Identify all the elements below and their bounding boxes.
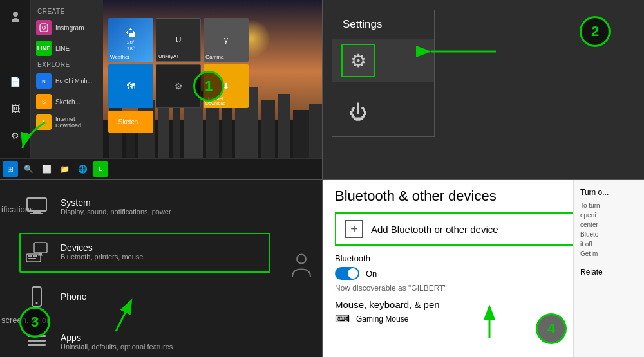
add-device-label: Add Bluetooth or other device	[371, 224, 498, 235]
svg-point-22	[12, 18, 19, 22]
svg-point-24	[43, 26, 46, 30]
svg-rect-12	[293, 110, 309, 158]
add-bluetooth-button[interactable]: + Add Bluetooth or other device	[335, 212, 583, 246]
svg-rect-11	[278, 94, 290, 158]
right-panel-turn-title: Turn o...	[580, 188, 638, 197]
step-2-badge: 2	[580, 16, 611, 47]
explore-section-label: Explore	[31, 59, 103, 71]
svg-rect-23	[40, 24, 48, 32]
start-tiles-area: 🌤 28°28° Weather U UnkeyAT γ Gamma 🗺 ⚙ ⬇…	[103, 13, 258, 138]
apps-settings-item[interactable]: Apps Uninstall, defaults, optional featu…	[13, 320, 322, 357]
keyboard-icon: ⌨	[335, 313, 350, 325]
phone-text: Phone	[61, 291, 86, 302]
sidebar-documents-icon[interactable]: 📄	[6, 72, 25, 91]
power-icon[interactable]: ⏻	[341, 95, 375, 129]
file-explorer-taskbar[interactable]: 📁	[57, 161, 72, 177]
hochi-item[interactable]: N Ho Chi Minh...	[31, 71, 103, 91]
settings-categories-quadrant: ifications, screen, color, System Displa…	[0, 179, 322, 357]
browser-taskbar[interactable]: 🌐	[75, 161, 90, 177]
svg-rect-44	[28, 344, 46, 346]
unkeyat-tile[interactable]: U UnkeyAT	[156, 18, 201, 62]
step-3-badge: 3	[19, 307, 50, 338]
instagram-item[interactable]: Instagram	[31, 17, 103, 38]
vertical-divider	[322, 0, 323, 357]
arrow-1	[13, 116, 64, 154]
svg-rect-13	[309, 104, 322, 158]
right-panel-description: To turnopenicenterBluetoit offGet m	[580, 201, 638, 259]
hochi-label: Ho Chi Minh...	[55, 78, 92, 84]
toggle-knob	[348, 268, 358, 279]
svg-point-21	[13, 12, 18, 17]
svg-rect-28	[27, 198, 46, 211]
gear-icon-box[interactable]: ⚙	[341, 44, 375, 77]
svg-rect-30	[30, 213, 43, 214]
sketch-icon: S	[36, 94, 52, 109]
instagram-label: Instagram	[55, 24, 84, 32]
system-icon	[23, 193, 50, 220]
person-icon	[291, 252, 312, 284]
svg-rect-43	[28, 340, 46, 342]
related-label: Relate	[580, 268, 638, 277]
step-4-badge: 4	[536, 313, 567, 344]
weather-tile[interactable]: 🌤 28°28° Weather	[108, 18, 153, 62]
svg-point-45	[297, 254, 306, 263]
settings-popup: Settings ⚙ ⏻	[332, 10, 435, 137]
arrow-4	[451, 293, 528, 344]
toggle-on-label: On	[366, 269, 377, 279]
svg-rect-10	[261, 100, 275, 158]
arrow-3	[97, 293, 161, 338]
phone-settings-item[interactable]: Phone	[13, 275, 322, 318]
svg-point-25	[46, 25, 47, 26]
gaming-mouse-label: Gaming Mouse	[356, 315, 408, 324]
bluetooth-toggle[interactable]	[335, 267, 359, 280]
start-button[interactable]: ⊞	[3, 161, 18, 177]
line-item[interactable]: LINE LINE	[31, 38, 103, 59]
add-device-plus-icon: +	[345, 220, 363, 238]
system-text: System Display, sound, notifications, po…	[61, 197, 171, 215]
gamma-tile[interactable]: γ Gamma	[204, 18, 249, 62]
svg-rect-29	[33, 211, 41, 213]
hochi-icon: N	[36, 73, 52, 89]
line-taskbar[interactable]: L	[93, 161, 108, 177]
sketch-tile[interactable]: Sketch...	[108, 111, 153, 133]
create-section-label: Create	[31, 5, 103, 17]
right-info-panel: Turn o... To turnopenicenterBluetoit off…	[573, 179, 644, 357]
start-menu-quadrant: 📄 🖼 ⚙ ⏻ Create Instagram LINE LINE Explo…	[0, 0, 322, 179]
settings-popup-quadrant: Settings ⚙ ⏻ 2 ⊞ 🎵 📁 Ps �	[322, 0, 644, 179]
search-taskbar[interactable]: 🔍	[21, 161, 36, 177]
instagram-icon	[36, 20, 52, 35]
sidebar-person-icon[interactable]	[6, 6, 25, 26]
bluetooth-settings-quadrant: Bluetooth & other devices + Add Bluetoot…	[322, 179, 644, 357]
gear-icon: ⚙	[350, 50, 366, 71]
devices-highlight-border	[19, 233, 270, 273]
taskview-button[interactable]: ⬜	[39, 161, 54, 177]
phone-icon	[23, 283, 50, 310]
taskbar-q1: ⊞ 🔍 ⬜ 📁 🌐 L	[0, 158, 322, 179]
line-label: LINE	[55, 45, 70, 52]
devices-settings-wrapper: Devices Bluetooth, printers, mouse	[0, 230, 322, 273]
svg-point-41	[36, 302, 38, 304]
step-1-badge: 1	[193, 71, 224, 102]
arrow-2	[380, 32, 509, 71]
sketch-label: Sketch...	[55, 98, 80, 105]
maps-tile[interactable]: 🗺	[108, 64, 153, 108]
power-item[interactable]: ⏻	[332, 90, 434, 134]
power-unicode-icon: ⏻	[349, 102, 367, 123]
system-settings-item[interactable]: System Display, sound, notifications, po…	[13, 185, 322, 228]
sketch-item[interactable]: S Sketch...	[31, 91, 103, 112]
line-icon: LINE	[36, 41, 52, 56]
